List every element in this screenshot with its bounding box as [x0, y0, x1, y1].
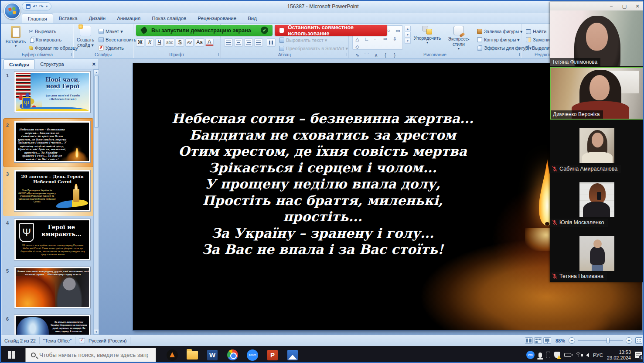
tab-insert[interactable]: Вставка	[53, 14, 83, 23]
taskbar-chrome[interactable]	[222, 346, 242, 363]
layout-button[interactable]: Макет ▾	[99, 27, 123, 35]
shadow-button[interactable]: S	[176, 38, 184, 47]
slide-thumbnail-5[interactable]: Кожен з них мав свою родину, друзів, сво…	[14, 267, 91, 308]
paste-dropdown-icon[interactable]: ▾	[15, 44, 17, 48]
dialog-launcher-icon[interactable]	[68, 53, 72, 56]
taskbar-photos[interactable]	[283, 346, 303, 363]
keyboard-language[interactable]: РУС	[593, 353, 603, 358]
underline-button[interactable]: Ч	[155, 38, 164, 47]
delete-slide-button[interactable]: Удалить	[99, 44, 124, 52]
shapes-more-icon[interactable]: ▾	[405, 38, 411, 44]
slideshow-button[interactable]	[543, 337, 551, 344]
change-case-button[interactable]: Aa	[195, 38, 204, 47]
tab-slideshow[interactable]: Показ слайдов	[146, 14, 192, 23]
fit-to-window-button[interactable]	[635, 337, 642, 344]
shape-fill-button[interactable]: Заливка фигуры ▾	[477, 27, 522, 35]
qat-dropdown-icon[interactable]: ▾	[46, 4, 48, 8]
tab-home[interactable]: Главная	[22, 14, 53, 23]
redo-icon[interactable]: ↷	[39, 4, 44, 9]
dialog-launcher-icon[interactable]	[216, 53, 219, 56]
italic-button[interactable]: К	[146, 38, 154, 47]
bold-button[interactable]: Ж	[136, 38, 144, 47]
close-panel-icon[interactable]: ✕	[92, 62, 96, 67]
slide-thumbnail-3[interactable]: 20 лютого – День Героїв Небесної Сотні У…	[14, 170, 91, 212]
taskbar-avast[interactable]	[162, 346, 182, 363]
zoom-out-icon[interactable]: −	[569, 337, 575, 344]
zoom-in-icon[interactable]: +	[626, 337, 632, 344]
shape-rect-icon[interactable]: ▭	[394, 27, 402, 34]
zoom-slider[interactable]	[578, 340, 623, 341]
video-panel-titlebar[interactable]: – ▢ ✕	[550, 2, 644, 10]
scroll-up-icon[interactable]: ▴	[94, 69, 99, 75]
shape-outline-button[interactable]: Контур фигуры ▾	[477, 36, 520, 44]
office-button[interactable]	[4, 3, 20, 19]
new-slide-button[interactable]: Создать слайд ▾	[75, 26, 96, 51]
tab-animation[interactable]: Анимация	[111, 14, 146, 23]
shapes-scroll-up-icon[interactable]: ▴	[405, 26, 411, 31]
dialog-launcher-icon[interactable]	[344, 53, 347, 56]
scrollbar-thumb[interactable]	[94, 75, 99, 128]
strikethrough-button[interactable]: abc	[165, 38, 174, 47]
taskbar-powerpoint[interactable]: P	[262, 346, 283, 363]
shape-diamond-icon[interactable]: ◇	[354, 44, 361, 51]
language-indicator[interactable]: Русский (Россия)	[89, 338, 126, 343]
justify-button[interactable]	[254, 38, 263, 47]
normal-view-button[interactable]	[525, 337, 533, 344]
slide-thumbnail-2-selected[interactable]: Небесная сотня – безневинна жертва... Ба…	[14, 121, 91, 163]
tab-view[interactable]: Вид	[242, 14, 262, 23]
spellcheck-icon[interactable]	[79, 338, 85, 343]
thumbnails-scrollbar[interactable]: ▴ ▾	[93, 69, 99, 335]
maximize-icon[interactable]: ▢	[618, 2, 631, 10]
columns-button[interactable]	[267, 38, 276, 47]
scroll-down-icon[interactable]: ▾	[94, 329, 99, 335]
align-right-button[interactable]	[244, 38, 253, 47]
device-tray-icon[interactable]	[546, 352, 550, 358]
battery-icon[interactable]	[564, 353, 571, 357]
align-left-button[interactable]	[224, 38, 233, 47]
align-text-button[interactable]: Выровнять текст ▾	[279, 36, 327, 44]
participant-avatar[interactable]	[579, 128, 614, 163]
slide-sorter-button[interactable]	[534, 337, 542, 344]
copy-button[interactable]: Копировать	[29, 36, 61, 44]
slide-thumbnail-6[interactable]: За вільну демократичну Україну боролися …	[14, 315, 91, 335]
taskbar-search[interactable]	[25, 348, 156, 362]
shape-arrow-down-icon[interactable]: ⇩	[391, 35, 399, 42]
taskbar-word[interactable]: W	[202, 346, 222, 363]
speaker-icon[interactable]	[586, 353, 589, 357]
search-input[interactable]	[39, 352, 148, 358]
find-button[interactable]: Найти	[526, 27, 546, 35]
tab-slides-thumbnails[interactable]: Слайды	[3, 59, 35, 69]
microphone-tray-icon[interactable]	[538, 353, 542, 358]
cut-button[interactable]: ✂ Вырезать	[29, 27, 56, 35]
minimize-icon[interactable]: –	[605, 2, 618, 10]
char-spacing-button[interactable]: AV	[185, 38, 194, 47]
align-center-button[interactable]	[234, 38, 243, 47]
quick-styles-button[interactable]: Экспресс-стили ▾	[442, 26, 475, 51]
video-tile-1[interactable]: Тетяна Філімонова	[550, 10, 644, 66]
arrange-button[interactable]: Упорядочить ▾	[413, 26, 441, 51]
stop-sharing-button[interactable]: Остановить совместное использование	[275, 25, 387, 36]
shapes-scroll-down-icon[interactable]: ▾	[405, 32, 411, 38]
video-tile-2-active-speaker[interactable]: Димченко Вероніка	[550, 67, 644, 120]
taskbar-explorer[interactable]	[182, 346, 202, 363]
format-painter-button[interactable]: Формат по образцу	[29, 44, 78, 52]
font-color-button[interactable]: А	[205, 39, 214, 46]
tab-outline[interactable]: Структура	[35, 59, 69, 69]
clock[interactable]: 13:53 23.02.2024	[607, 349, 631, 361]
tab-review[interactable]: Рецензирование	[192, 14, 242, 23]
notification-center-icon[interactable]: 1	[635, 352, 642, 358]
paste-button[interactable]: Вставить ▾	[4, 26, 27, 51]
close-icon[interactable]: ✕	[631, 2, 644, 10]
tab-design[interactable]: Дизайн	[83, 14, 112, 23]
start-button[interactable]	[1, 346, 22, 363]
participant-avatar[interactable]	[579, 236, 614, 271]
slide-poem-text[interactable]: Небесная сотня – безневинна жертва... Ба…	[142, 110, 504, 258]
zoom-slider-handle[interactable]	[607, 338, 610, 343]
slide-thumbnail-4[interactable]: Ψ Герої не вмирають... 20 лютого вся кра…	[14, 219, 91, 260]
undo-icon[interactable]: ↶	[33, 4, 37, 9]
zoom-tray-icon[interactable]: zm	[526, 351, 535, 359]
shapes-scroll[interactable]: ▴ ▾ ▾	[405, 26, 411, 44]
zoom-percentage[interactable]: 88%	[555, 338, 565, 343]
dialog-launcher-icon[interactable]	[517, 53, 520, 56]
reset-button[interactable]: Восстановить	[99, 36, 136, 44]
